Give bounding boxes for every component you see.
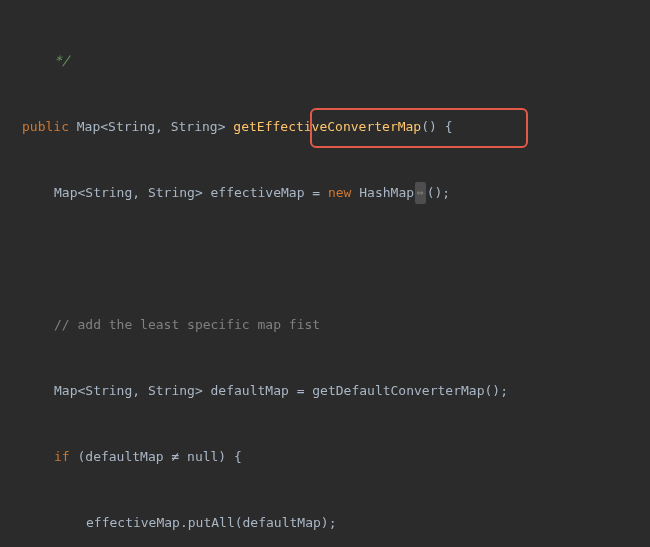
keyword-public: public xyxy=(22,119,69,134)
code-editor[interactable]: */ public Map<String, String> getEffecti… xyxy=(0,0,650,547)
code-line: Map<String, String> effectiveMap = new H… xyxy=(0,182,650,204)
default-converter-call: getDefaultConverterMap() xyxy=(312,383,500,398)
code-line: public Map<String, String> getEffectiveC… xyxy=(0,116,650,138)
inlay-hint-icon: ⇔ xyxy=(415,182,426,204)
javadoc-close: */ xyxy=(54,53,70,68)
code-line: */ xyxy=(0,50,650,72)
code-line: effectiveMap.putAll(defaultMap); xyxy=(0,512,650,534)
generic-params: <String, String> xyxy=(100,119,225,134)
keyword-new: new xyxy=(328,185,351,200)
code-line: // add the least specific map fist xyxy=(0,314,650,336)
comment: // add the least specific map fist xyxy=(54,317,320,332)
blank-line xyxy=(0,248,650,270)
type: Map xyxy=(77,119,100,134)
keyword-if: if xyxy=(54,449,70,464)
method-name: getEffectiveConverterMap xyxy=(233,119,421,134)
code-line: if (defaultMap ≠ null) { xyxy=(0,446,650,468)
code-line: Map<String, String> defaultMap = getDefa… xyxy=(0,380,650,402)
